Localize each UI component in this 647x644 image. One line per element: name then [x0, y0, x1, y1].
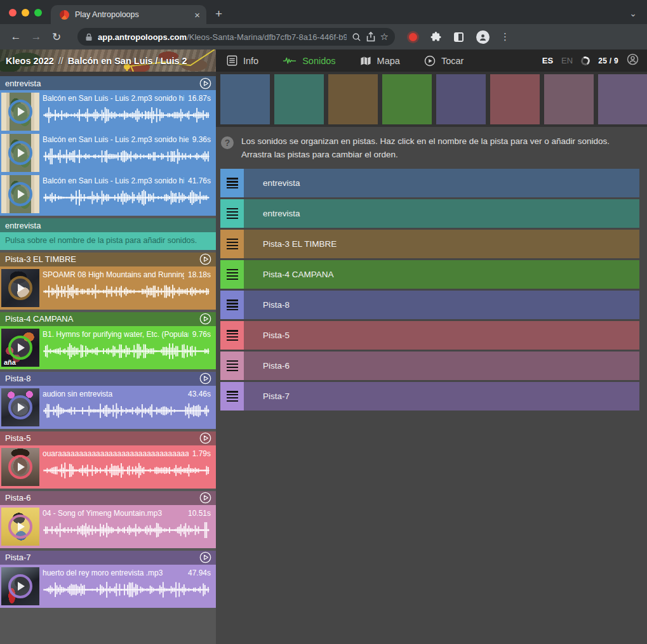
- tab-list-chevron-icon[interactable]: ⌄: [629, 8, 637, 18]
- track-play-icon[interactable]: [199, 492, 211, 504]
- track-play-icon[interactable]: [199, 253, 211, 265]
- track-row[interactable]: entrevista: [220, 199, 639, 228]
- track-name-button[interactable]: Pista-3 EL TIMBRE: [244, 230, 639, 258]
- tab-close-icon[interactable]: ×: [194, 10, 200, 20]
- clip-waveform[interactable]: [43, 581, 211, 598]
- clip-play-icon[interactable]: [8, 515, 32, 539]
- new-tab-button[interactable]: +: [215, 8, 222, 20]
- clip-waveform[interactable]: [43, 343, 211, 360]
- clip-play-icon[interactable]: [8, 336, 32, 360]
- clip-thumbnail[interactable]: [1, 93, 39, 131]
- clip-thumbnail[interactable]: [1, 269, 39, 307]
- recording-indicator-icon[interactable]: [409, 33, 417, 41]
- clip-play-icon[interactable]: [8, 455, 32, 479]
- reload-button[interactable]: ↻: [48, 30, 65, 44]
- track-section-header[interactable]: Pista-4 CAMPANA: [0, 312, 216, 326]
- clip-thumbnail[interactable]: [1, 448, 39, 486]
- drag-handle[interactable]: [220, 352, 244, 380]
- track-section-header[interactable]: Pista-5: [0, 431, 216, 445]
- clip-play-icon[interactable]: [8, 395, 32, 419]
- nav-tocar[interactable]: Tocar: [424, 55, 464, 67]
- drag-handle[interactable]: [220, 321, 244, 350]
- lock-icon[interactable]: [85, 33, 93, 41]
- track-play-icon[interactable]: [199, 432, 211, 444]
- account-icon[interactable]: [627, 53, 639, 68]
- clip-thumbnail[interactable]: [1, 134, 39, 172]
- browser-tab[interactable]: Play Antropoloops ×: [51, 5, 206, 24]
- track-section-header[interactable]: entrevista: [0, 218, 216, 232]
- bookmark-star-icon[interactable]: ☆: [380, 31, 389, 43]
- track-name-button[interactable]: Pista-5: [244, 321, 639, 350]
- clip-thumbnail[interactable]: [1, 508, 39, 546]
- extensions-puzzle-icon[interactable]: [430, 32, 441, 43]
- drag-handle[interactable]: [220, 291, 244, 319]
- clip-waveform[interactable]: [43, 189, 211, 206]
- address-bar[interactable]: app.antropoloops.com/Kleos-Santa-Marina/…: [77, 28, 395, 46]
- track-row[interactable]: Pista-4 CAMPANA: [220, 260, 639, 289]
- audio-clip[interactable]: 04 - Song of Yimeng Mountain.mp3 10.51s: [0, 506, 216, 547]
- clip-thumbnail[interactable]: [1, 388, 39, 426]
- track-name-button[interactable]: Pista-4 CAMPANA: [244, 260, 639, 289]
- track-section-header[interactable]: Pista-8: [0, 372, 216, 386]
- track-name-button[interactable]: entrevista: [244, 169, 639, 197]
- share-icon[interactable]: [366, 32, 375, 42]
- track-section-header[interactable]: Pista-6: [0, 491, 216, 505]
- drag-handle[interactable]: [220, 169, 244, 197]
- lang-es-button[interactable]: ES: [542, 56, 553, 65]
- track-play-icon[interactable]: [199, 77, 211, 89]
- track-row[interactable]: Pista-8: [220, 291, 639, 319]
- track-section-header[interactable]: Pista-7: [0, 551, 216, 565]
- track-row[interactable]: Pista-5: [220, 321, 639, 350]
- track-name-button[interactable]: Pista-7: [244, 382, 639, 411]
- track-play-icon[interactable]: [199, 372, 211, 384]
- drag-handle[interactable]: [220, 199, 244, 228]
- audio-clip[interactable]: Balcón en San Luis - Luis 2.mp3 sonido h…: [0, 133, 216, 173]
- audio-clip[interactable]: audion sin entrevista 43.46s: [0, 387, 216, 428]
- clip-play-icon[interactable]: [8, 141, 32, 165]
- forward-button[interactable]: →: [28, 30, 44, 43]
- nav-info[interactable]: Info: [227, 55, 258, 66]
- clip-play-icon[interactable]: [8, 276, 32, 300]
- track-row[interactable]: entrevista: [220, 169, 639, 197]
- lang-en-button[interactable]: EN: [561, 56, 573, 65]
- drag-handle[interactable]: [220, 382, 244, 411]
- clip-thumbnail[interactable]: [1, 175, 39, 213]
- clip-waveform[interactable]: [43, 462, 211, 479]
- profile-avatar[interactable]: [476, 30, 490, 44]
- url-text[interactable]: app.antropoloops.com/Kleos-Santa-Marina/…: [98, 32, 347, 42]
- nav-mapa[interactable]: Mapa: [360, 56, 400, 66]
- track-row[interactable]: Pista-6: [220, 352, 639, 380]
- track-name-button[interactable]: Pista-8: [244, 291, 639, 319]
- back-button[interactable]: ←: [8, 30, 24, 43]
- side-panel-icon[interactable]: [454, 32, 464, 42]
- audio-clip[interactable]: ouaraaaaaaaaaaaaaaaaaaaaaaaaaaaaaaaaaaaa…: [0, 447, 216, 487]
- clip-waveform[interactable]: [43, 522, 211, 539]
- clip-thumbnail[interactable]: aña: [1, 329, 39, 367]
- window-zoom-button[interactable]: [34, 9, 42, 16]
- track-row[interactable]: Pista-3 EL TIMBRE: [220, 230, 639, 258]
- clip-thumbnail[interactable]: [1, 567, 39, 605]
- clip-play-icon[interactable]: [8, 574, 32, 598]
- track-name-button[interactable]: entrevista: [244, 199, 639, 228]
- track-play-icon[interactable]: [199, 551, 211, 563]
- clip-waveform[interactable]: [43, 107, 211, 124]
- clip-play-icon[interactable]: [8, 182, 32, 206]
- zoom-page-icon[interactable]: [352, 32, 361, 42]
- track-section-header[interactable]: Pista-3 EL TIMBRE: [0, 253, 216, 266]
- audio-clip[interactable]: SPOAMR 08 High Mountains and Running ...…: [0, 268, 216, 308]
- clip-waveform[interactable]: [43, 148, 211, 165]
- track-row[interactable]: Pista-7: [220, 382, 639, 411]
- clip-play-icon[interactable]: [8, 100, 32, 124]
- drag-handle[interactable]: [220, 260, 244, 289]
- audio-clip[interactable]: Balcón en San Luis - Luis 2.mp3 sonido h…: [0, 174, 216, 214]
- window-minimize-button[interactable]: [22, 9, 29, 16]
- browser-menu-icon[interactable]: ⋮: [500, 31, 510, 43]
- track-section-header[interactable]: entrevista: [0, 76, 216, 90]
- drag-handle[interactable]: [220, 230, 244, 258]
- window-close-button[interactable]: [9, 9, 17, 16]
- track-play-icon[interactable]: [199, 313, 211, 325]
- audio-clip[interactable]: Balcón en San Luis - Luis 2.mp3 sonido h…: [0, 91, 216, 132]
- clip-waveform[interactable]: [43, 402, 211, 419]
- nav-sonidos[interactable]: Sonidos: [283, 56, 335, 66]
- audio-clip[interactable]: huerto del rey moro entrevista .mp3 47.9…: [0, 566, 216, 607]
